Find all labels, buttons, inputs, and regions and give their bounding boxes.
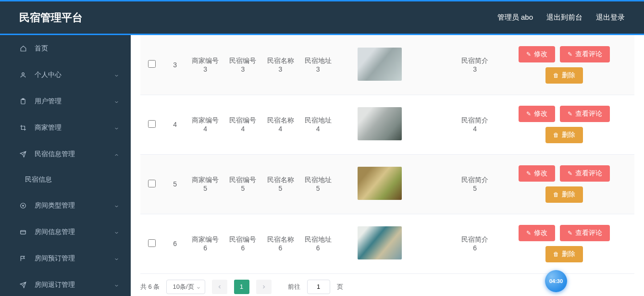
- sidebar-item-user-mgmt[interactable]: 用户管理: [0, 88, 131, 114]
- chevron-up-icon: [114, 151, 119, 159]
- logout-link[interactable]: 退出登录: [596, 13, 625, 22]
- sidebar-subitem-label: 民宿信息: [25, 175, 52, 184]
- view-comments-button[interactable]: ✎查看评论: [560, 106, 610, 122]
- send-icon: [18, 151, 28, 158]
- sidebar-item-label: 房间信息管理: [35, 228, 75, 236]
- edit-button[interactable]: ✎修改: [519, 106, 555, 122]
- edit-icon: ✎: [568, 111, 572, 117]
- sidebar-item-room-booking-mgmt[interactable]: 房间预订管理: [0, 245, 131, 271]
- row-index: 4: [163, 95, 186, 154]
- cell-bnb-addr: 民宿地址3: [299, 35, 337, 95]
- sidebar-item-label: 房间预订管理: [35, 254, 75, 263]
- chevron-down-icon: [114, 256, 119, 263]
- cell-bnb-no: 民宿编号4: [224, 95, 261, 154]
- sidebar-item-label: 个人中心: [35, 71, 62, 79]
- user-icon: [18, 72, 28, 78]
- cell-bnb-intro: 民宿简介5: [456, 154, 494, 214]
- cell-bnb-addr: 民宿地址4: [299, 95, 337, 154]
- trash-icon: 🗑: [553, 132, 559, 138]
- sidebar-item-label: 商家管理: [35, 123, 62, 132]
- trash-icon: 🗑: [553, 251, 559, 258]
- sidebar-item-label: 房间类型管理: [35, 201, 75, 210]
- sidebar-item-label: 民宿信息管理: [35, 150, 75, 159]
- row-checkbox[interactable]: [148, 239, 156, 247]
- timer-badge[interactable]: 04:30: [545, 270, 567, 292]
- app-title: 民宿管理平台: [19, 11, 83, 25]
- edit-button[interactable]: ✎修改: [519, 46, 555, 62]
- svg-point-4: [23, 205, 24, 206]
- cell-bnb-no: 民宿编号5: [224, 154, 261, 214]
- thumbnail: [358, 226, 402, 259]
- cell-merchant-no: 商家编号4: [186, 95, 224, 154]
- pager-prev-button[interactable]: [212, 280, 227, 294]
- row-index: 5: [163, 154, 186, 214]
- admin-label[interactable]: 管理员 abo: [497, 13, 533, 22]
- goto-prefix: 前往: [288, 283, 300, 291]
- chevron-down-icon: [114, 72, 119, 80]
- thumbnail: [358, 167, 402, 200]
- chevron-down-icon: [114, 203, 119, 210]
- cell-bnb-name: 民宿名称3: [261, 35, 299, 95]
- data-table: 3商家编号3民宿编号3民宿名称3民宿地址3民宿简介3✎修改✎查看评论🗑删除4商家…: [140, 35, 634, 274]
- chevron-down-icon: [114, 125, 119, 133]
- cell-bnb-addr: 民宿地址5: [299, 154, 337, 214]
- delete-button[interactable]: 🗑删除: [545, 186, 583, 203]
- sidebar-item-label: 房间退订管理: [35, 281, 75, 289]
- sidebar-item-room-type-mgmt[interactable]: 房间类型管理: [0, 192, 131, 219]
- sidebar-subitem-bnb-info[interactable]: 民宿信息: [0, 167, 131, 192]
- table-row: 5商家编号5民宿编号5民宿名称5民宿地址5民宿简介5✎修改✎查看评论🗑删除: [140, 154, 634, 214]
- pager-total: 共 6 条: [140, 283, 160, 291]
- edit-button[interactable]: ✎修改: [519, 225, 555, 241]
- cell-empty: [422, 95, 456, 154]
- edit-icon: ✎: [568, 51, 572, 58]
- clipboard-icon: [18, 98, 28, 105]
- cell-bnb-no: 民宿编号6: [224, 214, 261, 273]
- pager-page-button[interactable]: 1: [234, 280, 249, 294]
- delete-button[interactable]: 🗑删除: [545, 127, 583, 143]
- cell-bnb-name: 民宿名称6: [261, 214, 299, 273]
- header: 民宿管理平台 管理员 abo 退出到前台 退出登录: [0, 1, 644, 34]
- chevron-down-icon: [114, 229, 119, 237]
- sidebar-item-profile[interactable]: 个人中心: [0, 62, 131, 88]
- sidebar-item-label: 首页: [35, 44, 48, 53]
- delete-button[interactable]: 🗑删除: [545, 246, 583, 262]
- delete-button[interactable]: 🗑删除: [545, 67, 583, 84]
- svg-rect-5: [21, 230, 26, 234]
- goto-front-link[interactable]: 退出到前台: [546, 13, 582, 22]
- cell-bnb-addr: 民宿地址6: [299, 214, 337, 273]
- pager-next-button[interactable]: [256, 280, 272, 294]
- edit-icon: ✎: [526, 51, 531, 58]
- home-icon: [18, 45, 28, 52]
- sidebar-item-home[interactable]: 首页: [0, 35, 131, 62]
- chevron-down-icon: [114, 282, 119, 290]
- goto-suffix: 页: [337, 283, 343, 291]
- row-index: 6: [163, 214, 186, 273]
- content: 3商家编号3民宿编号3民宿名称3民宿地址3民宿简介3✎修改✎查看评论🗑删除4商家…: [131, 35, 644, 296]
- sidebar-item-merchant-mgmt[interactable]: 商家管理: [0, 114, 131, 141]
- edit-icon: ✎: [526, 230, 531, 236]
- row-index: 3: [163, 35, 186, 95]
- row-checkbox[interactable]: [148, 120, 156, 128]
- cell-bnb-name: 民宿名称4: [261, 95, 299, 154]
- cell-empty: [422, 35, 456, 95]
- view-comments-button[interactable]: ✎查看评论: [560, 225, 610, 241]
- row-checkbox[interactable]: [148, 180, 156, 187]
- svg-point-0: [22, 73, 25, 75]
- cell-merchant-no: 商家编号6: [186, 214, 224, 273]
- row-checkbox[interactable]: [148, 60, 156, 68]
- cell-bnb-intro: 民宿简介3: [456, 35, 494, 95]
- sidebar-item-bnb-info-mgmt[interactable]: 民宿信息管理: [0, 141, 131, 167]
- edit-button[interactable]: ✎修改: [519, 165, 555, 182]
- view-comments-button[interactable]: ✎查看评论: [560, 46, 610, 62]
- flag-icon: [18, 255, 28, 262]
- sidebar-item-room-cancel-mgmt[interactable]: 房间退订管理: [0, 271, 131, 296]
- view-comments-button[interactable]: ✎查看评论: [560, 165, 610, 182]
- thumbnail: [358, 107, 402, 140]
- page-size-select[interactable]: 10条/页: [166, 280, 205, 294]
- sidebar-item-label: 用户管理: [35, 97, 62, 106]
- cell-bnb-intro: 民宿简介4: [456, 95, 494, 154]
- cell-merchant-no: 商家编号3: [186, 35, 224, 95]
- goto-page-input[interactable]: [307, 280, 330, 294]
- crop-icon: [18, 124, 28, 131]
- sidebar-item-room-info-mgmt[interactable]: 房间信息管理: [0, 219, 131, 245]
